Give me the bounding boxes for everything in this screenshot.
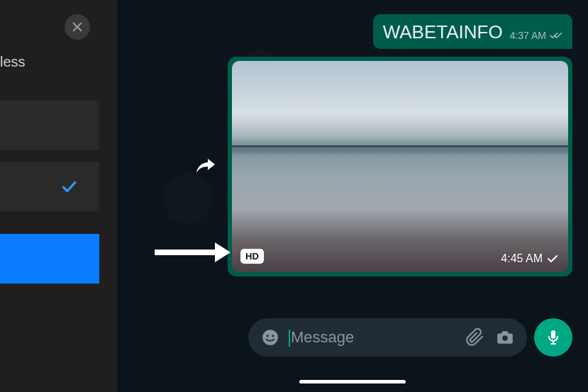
arrow-head-icon [215,242,231,262]
attach-button[interactable] [466,328,484,347]
attach-icon [466,328,484,347]
panel-option-selected[interactable] [0,162,99,211]
voice-message-button[interactable] [534,318,572,357]
image-meta: 4:45 AM [501,252,558,265]
close-icon [71,21,84,33]
emoji-icon [261,328,279,347]
settings-panel: less [0,0,117,392]
image-horizon [232,145,568,147]
emoji-button[interactable] [261,328,279,347]
check-icon [60,177,78,196]
chat-area: WABETAINFO 4:37 AM HD 4:45 AM [117,0,588,392]
camera-button[interactable] [496,328,514,347]
outgoing-text-message[interactable]: WABETAINFO 4:37 AM [373,14,572,49]
home-indicator [299,380,406,383]
cursor [289,330,290,347]
annotation-arrow [155,242,231,262]
forward-button[interactable] [195,157,216,179]
close-button[interactable] [65,14,90,40]
mic-icon [545,329,562,346]
delivered-icon [550,31,562,40]
message-input[interactable]: Message [291,328,455,347]
svg-point-3 [267,335,269,337]
panel-label: less [0,54,26,70]
svg-point-4 [272,335,274,337]
svg-point-2 [262,330,278,345]
panel-option[interactable] [0,101,99,150]
svg-point-5 [502,335,508,341]
outgoing-image-message[interactable]: HD 4:45 AM [228,57,572,276]
message-meta: 4:37 AM [510,30,562,43]
arrow-line [155,250,215,255]
forward-icon [195,157,216,176]
svg-rect-6 [551,330,555,339]
message-text: WABETAINFO [383,21,503,43]
hd-badge: HD [240,249,264,264]
input-container: Message [248,318,527,357]
image-content: HD 4:45 AM [232,61,568,272]
message-input-bar: Message [248,318,572,357]
message-time: 4:37 AM [510,30,546,41]
panel-highlighted-option[interactable] [0,234,99,284]
sent-icon [547,254,558,263]
placeholder-text: Message [291,328,354,346]
image-time: 4:45 AM [501,252,543,265]
camera-icon [496,328,514,347]
